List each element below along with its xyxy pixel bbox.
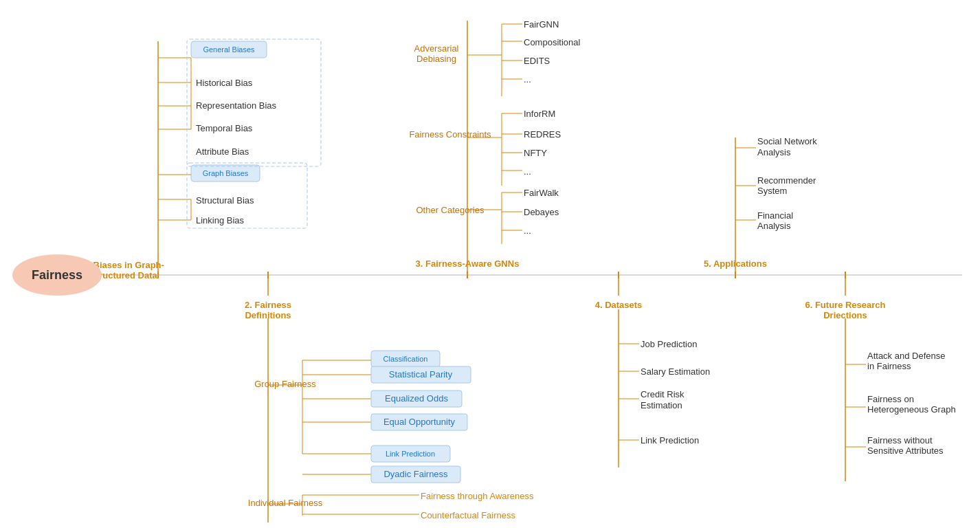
svg-text:NFTY: NFTY	[524, 148, 547, 158]
svg-text:Representation Bias: Representation Bias	[196, 100, 277, 111]
svg-text:Recommender: Recommender	[757, 175, 816, 186]
svg-text:...: ...	[524, 74, 531, 85]
svg-text:2. Fairness: 2. Fairness	[245, 300, 291, 310]
svg-text:Fairness Constraints: Fairness Constraints	[409, 129, 491, 140]
svg-text:Fairness through Awareness: Fairness through Awareness	[421, 491, 534, 501]
svg-text:Compositional: Compositional	[524, 37, 580, 47]
svg-text:EDITS: EDITS	[524, 56, 550, 66]
svg-text:4. Datasets: 4. Datasets	[595, 300, 643, 310]
svg-text:Temporal Bias: Temporal Bias	[196, 123, 253, 133]
svg-text:Analysis: Analysis	[757, 221, 791, 231]
svg-text:Graph Biases: Graph Biases	[203, 169, 249, 177]
svg-text:5. Applications: 5. Applications	[704, 258, 767, 269]
svg-text:FairGNN: FairGNN	[524, 19, 559, 30]
svg-text:Debayes: Debayes	[524, 207, 559, 217]
svg-text:Credit Risk: Credit Risk	[641, 389, 684, 399]
svg-text:Counterfactual Fairness: Counterfactual Fairness	[421, 510, 516, 520]
svg-text:Historical Bias: Historical Bias	[196, 78, 253, 88]
svg-text:InforRM: InforRM	[524, 109, 555, 119]
svg-text:FairWalk: FairWalk	[524, 188, 559, 198]
svg-text:Estimation: Estimation	[641, 400, 682, 410]
svg-text:Structural Bias: Structural Bias	[196, 195, 254, 206]
svg-text:Equal Opportunity: Equal Opportunity	[383, 417, 456, 427]
svg-text:6. Future Research: 6. Future Research	[805, 300, 885, 310]
svg-text:Equalized Odds: Equalized Odds	[385, 393, 448, 404]
svg-text:General Biases: General Biases	[203, 45, 255, 54]
svg-text:Job Prediction: Job Prediction	[641, 339, 697, 349]
svg-text:3. Fairness-Aware GNNs: 3. Fairness-Aware GNNs	[416, 258, 520, 269]
svg-text:Individual Fairness: Individual Fairness	[248, 498, 323, 508]
fairness-label: Fairness	[32, 268, 82, 283]
svg-text:Group Fairness: Group Fairness	[254, 379, 316, 389]
svg-text:Attribute Bias: Attribute Bias	[196, 146, 249, 157]
svg-text:Social Network: Social Network	[757, 136, 817, 146]
svg-text:Financial: Financial	[757, 210, 793, 221]
svg-text:System: System	[757, 186, 787, 196]
svg-text:Statistical Parity: Statistical Parity	[389, 369, 453, 380]
svg-text:Debiasing: Debiasing	[416, 54, 456, 64]
fairness-ellipse: Fairness	[12, 254, 102, 296]
svg-text:Link Prediction: Link Prediction	[641, 435, 699, 446]
svg-text:Fairness on: Fairness on	[867, 394, 914, 404]
svg-text:Heterogeneous Graph: Heterogeneous Graph	[867, 404, 956, 415]
main-diagram: 1. Biases in Graph- Structured Data Gene…	[0, 0, 980, 528]
svg-text:...: ...	[524, 166, 531, 177]
svg-text:Other Categories: Other Categories	[416, 205, 485, 215]
svg-text:...: ...	[524, 226, 531, 236]
svg-text:REDRES: REDRES	[524, 129, 561, 140]
svg-text:Sensitive Attributes: Sensitive Attributes	[867, 446, 944, 456]
svg-text:Link Prediction: Link Prediction	[386, 450, 435, 458]
svg-text:Fairness without: Fairness without	[867, 435, 933, 446]
svg-text:Analysis: Analysis	[757, 147, 791, 157]
svg-text:Dyadic Fairness: Dyadic Fairness	[383, 469, 448, 479]
svg-text:Linking Bias: Linking Bias	[196, 215, 245, 226]
svg-text:Classification: Classification	[383, 355, 428, 363]
svg-text:in Fairness: in Fairness	[867, 361, 911, 371]
svg-text:Attack and Defense: Attack and Defense	[867, 351, 945, 361]
svg-text:Adversarial: Adversarial	[414, 43, 458, 54]
svg-text:Salary Estimation: Salary Estimation	[641, 366, 710, 377]
